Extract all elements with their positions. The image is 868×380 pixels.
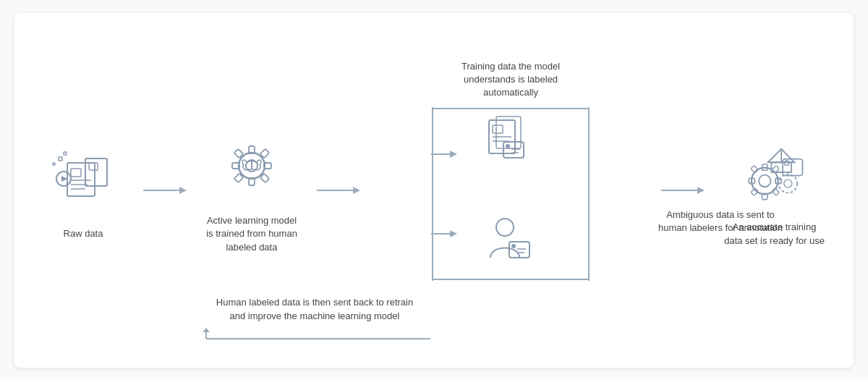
box-top-label: Training data the model understands is l… [438, 60, 583, 100]
svg-rect-39 [496, 117, 521, 148]
auto-label-icon [478, 114, 543, 182]
svg-rect-36 [493, 125, 503, 133]
raw-data-label: Raw data [64, 227, 103, 240]
active-model-label: Active learning model is trained from hu… [206, 214, 297, 254]
svg-marker-26 [353, 187, 360, 194]
feedback-label: Human labeled data is then sent back to … [213, 295, 416, 324]
svg-marker-68 [203, 328, 210, 332]
svg-marker-13 [179, 187, 187, 194]
feedback-arrow [199, 328, 430, 350]
diagram-container: Raw data [14, 13, 854, 368]
svg-rect-1 [71, 169, 81, 177]
svg-point-44 [496, 219, 514, 236]
svg-point-41 [506, 144, 510, 148]
svg-marker-6 [61, 176, 67, 182]
ambiguous-label: Ambiguous data is sent to human labelers… [655, 208, 786, 235]
svg-point-46 [511, 244, 516, 248]
middle-box: Training data the model understands is l… [380, 100, 641, 281]
arrow-1 [143, 182, 187, 199]
svg-rect-9 [59, 157, 62, 161]
raw-data-icon [43, 139, 123, 219]
raw-data-node: Raw data [43, 139, 123, 240]
feedback-section: Human labeled data is then sent back to … [156, 295, 474, 350]
svg-marker-32 [450, 151, 457, 158]
svg-marker-34 [450, 230, 457, 237]
human-labeler-icon [482, 214, 540, 275]
active-model-node: Active learning model is trained from hu… [206, 126, 297, 254]
svg-rect-11 [53, 163, 55, 165]
active-model-icon [212, 126, 292, 206]
svg-rect-10 [64, 152, 67, 155]
svg-rect-8 [89, 163, 98, 170]
arrow-2 [317, 182, 360, 199]
